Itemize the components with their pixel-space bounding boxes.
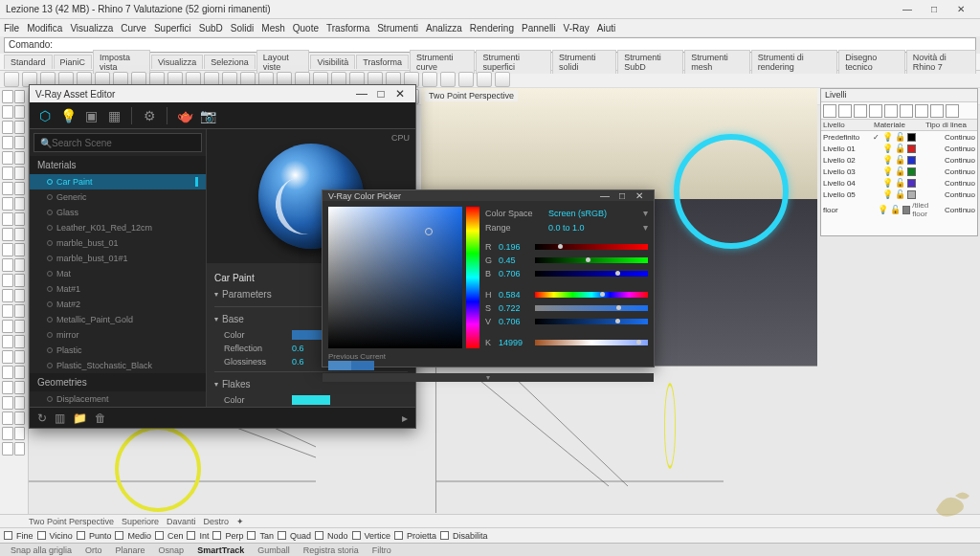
expand-icon[interactable]: ▸ (402, 411, 408, 425)
status-item[interactable]: Snap alla griglia (8, 545, 75, 555)
refresh-icon[interactable]: ↻ (37, 411, 47, 425)
status-item[interactable]: Osnap (156, 545, 188, 555)
toolbar-button[interactable] (458, 72, 474, 87)
v-slider[interactable] (535, 319, 648, 324)
tab-newv7[interactable]: Novità di Rhino 7 (906, 50, 976, 74)
materials-category-header[interactable]: Materials (30, 156, 206, 174)
asset-editor-titlebar[interactable]: V-Ray Asset Editor — □ ✕ (30, 85, 415, 102)
material-item[interactable]: marble_bust_01#1 (30, 251, 206, 266)
toolbar-button[interactable] (4, 72, 19, 87)
add-icon[interactable]: ▥ (55, 411, 65, 425)
layer-row[interactable]: Livello 01💡🔓Continuo (821, 143, 977, 154)
color-picker-collapse-button[interactable]: ▾ (323, 373, 654, 382)
textures-mode-icon[interactable]: ▦ (104, 106, 123, 125)
menu-curve[interactable]: Curve (121, 23, 146, 33)
osnap-checkbox[interactable] (212, 531, 221, 540)
menu-render[interactable]: Rendering (470, 23, 514, 33)
layer-row[interactable]: Livello 05💡🔓Continuo (821, 189, 977, 200)
menu-file[interactable]: File (4, 23, 19, 33)
h-value[interactable]: 0.584 (499, 290, 531, 300)
menu-edit[interactable]: Modifica (27, 23, 62, 33)
toolbar-button[interactable] (477, 72, 492, 87)
menu-panels[interactable]: Pannelli (522, 23, 556, 33)
settings-icon[interactable]: ⚙ (140, 106, 159, 125)
tab-standard[interactable]: Standard (4, 55, 53, 69)
preview-mode-label[interactable]: CPU (391, 133, 410, 143)
osnap-checkbox[interactable] (4, 531, 12, 540)
material-item[interactable]: Glass (30, 205, 206, 220)
geometries-category-header[interactable]: Geometries (30, 373, 206, 391)
b-slider[interactable] (535, 271, 648, 277)
osnap-checkbox[interactable] (155, 531, 164, 540)
v-value[interactable]: 0.706 (499, 317, 531, 326)
material-item[interactable]: Mat#2 (30, 297, 206, 312)
minimize-button[interactable]: — (894, 1, 921, 18)
asset-search-input[interactable]: 🔍 Search Scene (33, 133, 202, 152)
layer-row[interactable]: Predefinito✓💡🔓Continuo (821, 131, 977, 143)
range-dropdown[interactable]: Range0.0 to 1.0▾ (485, 221, 648, 234)
material-item[interactable]: Plastic (30, 343, 206, 358)
color-space-dropdown[interactable]: Color SpaceScreen (sRGB)▾ (485, 207, 648, 219)
flakes-color-swatch[interactable] (292, 395, 330, 405)
menu-dimension[interactable]: Quote (293, 23, 319, 33)
osnap-checkbox[interactable] (187, 531, 195, 540)
k-value[interactable]: 14999 (499, 338, 531, 347)
osnap-checkbox[interactable] (394, 531, 403, 540)
color-field[interactable] (328, 207, 462, 348)
material-item[interactable]: Generic (30, 189, 206, 205)
tab-meshtools[interactable]: Strumenti mesh (684, 50, 750, 74)
g-slider[interactable] (535, 257, 648, 263)
cp-minimize-button[interactable]: — (596, 190, 613, 201)
b-value[interactable]: 0.706 (499, 269, 531, 278)
material-item[interactable]: Mat#1 (30, 281, 206, 297)
osnap-checkbox[interactable] (115, 531, 123, 540)
layer-tool-button[interactable] (823, 104, 836, 118)
h-slider[interactable] (535, 292, 648, 298)
render-icon[interactable]: 🫖 (175, 106, 194, 125)
menu-analyze[interactable]: Analizza (426, 23, 462, 33)
g-value[interactable]: 0.45 (499, 256, 531, 265)
tab-select[interactable]: Seleziona (204, 55, 256, 69)
current-color-swatch[interactable] (351, 361, 374, 370)
menu-surface[interactable]: Superfici (154, 23, 191, 33)
osnap-checkbox[interactable] (352, 531, 361, 540)
menu-tools[interactable]: Strumenti (377, 23, 418, 33)
tab-rendertools[interactable]: Strumenti di rendering (751, 50, 838, 74)
tab-cplane[interactable]: PianiC (54, 55, 93, 69)
menu-subd[interactable]: SubD (199, 23, 223, 33)
tab-layout[interactable]: Layout viste (256, 50, 310, 74)
toolbar-button[interactable] (422, 72, 437, 87)
previous-color-swatch[interactable] (328, 361, 351, 370)
menu-mesh[interactable]: Mesh (261, 23, 284, 33)
geometry-mode-icon[interactable]: ▣ (81, 106, 100, 125)
material-item[interactable]: Leather_K01_Red_12cm (30, 220, 206, 235)
material-item[interactable]: Mat (30, 266, 206, 281)
color-picker-titlebar[interactable]: V-Ray Color Picker — □ ✕ (323, 190, 654, 201)
tab-curvetools[interactable]: Strumenti curve (410, 50, 476, 74)
lights-mode-icon[interactable]: 💡 (58, 106, 78, 125)
material-item[interactable]: Plastic_Stochastic_Black (30, 358, 206, 373)
menu-transform[interactable]: Trasforma (326, 23, 369, 33)
maximize-button[interactable]: □ (921, 1, 947, 18)
tab-display[interactable]: Visualizza (151, 55, 203, 69)
osnap-checkbox[interactable] (247, 531, 256, 540)
status-item[interactable]: Orto (82, 545, 105, 555)
r-value[interactable]: 0.196 (499, 242, 531, 252)
layer-row[interactable]: Livello 04💡🔓Continuo (821, 177, 977, 189)
cp-maximize-button[interactable]: □ (613, 190, 631, 201)
delete-icon[interactable]: 🗑 (95, 411, 106, 425)
layer-row[interactable]: Livello 03💡🔓Continuo (821, 166, 977, 177)
vtab-right[interactable]: Destro (204, 517, 230, 526)
r-slider[interactable] (535, 244, 648, 250)
material-item[interactable]: mirror (30, 327, 206, 343)
materials-mode-icon[interactable]: ⬡ (35, 106, 55, 125)
tab-surfacetools[interactable]: Strumenti superfici (476, 50, 550, 74)
status-item[interactable]: Gumball (255, 545, 293, 555)
viewport-bottom-right[interactable] (435, 366, 817, 513)
vtab-add[interactable]: ✦ (236, 517, 244, 526)
osnap-checkbox[interactable] (440, 531, 449, 540)
s-slider[interactable] (535, 305, 648, 311)
material-item[interactable]: Metallic_Paint_Gold (30, 312, 206, 327)
status-item[interactable]: Filtro (369, 545, 394, 555)
osnap-checkbox[interactable] (77, 531, 85, 540)
